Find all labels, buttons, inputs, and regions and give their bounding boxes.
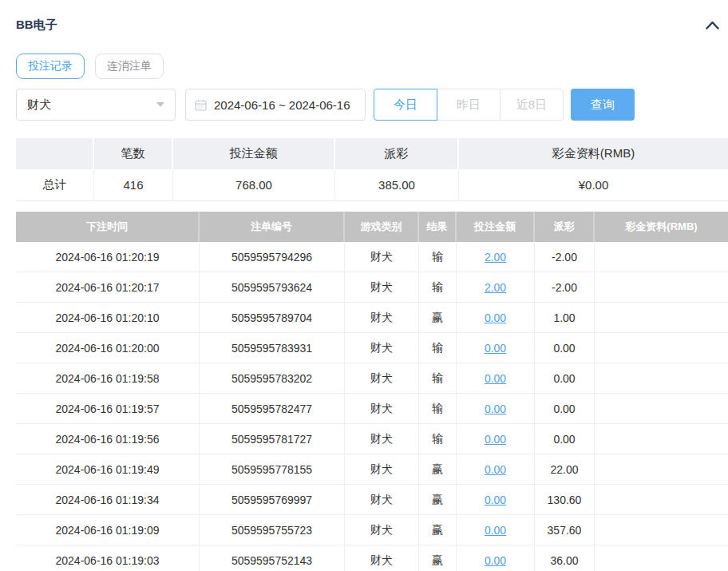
- bet-table-column-header: 下注时间: [16, 212, 200, 242]
- total-payout: 385.00: [335, 169, 459, 201]
- payout-cell: 36.00: [535, 545, 595, 571]
- bet-amount-cell: 0.00: [457, 394, 535, 424]
- collapse-panel-button[interactable]: [703, 18, 722, 32]
- bet-id-cell: 5059595752143: [200, 545, 345, 571]
- bet-time-cell: 2024-06-16 01:20:00: [16, 333, 200, 363]
- bet-table-column-header: 游戏类别: [345, 212, 419, 242]
- bet-amount-link[interactable]: 0.00: [485, 524, 506, 537]
- bet-table: 下注时间注单编号游戏类别结果投注金额派彩彩金资料(RMB) 2024-06-16…: [16, 212, 728, 571]
- bet-time-cell: 2024-06-16 01:19:49: [16, 454, 200, 485]
- game-type-cell: 财犬: [345, 333, 419, 363]
- result-cell: 赢: [419, 303, 457, 333]
- filter-toolbar: 财犬 2024-06-16 ~ 2024-06-16 今日 昨日 近8日 查询: [16, 89, 728, 121]
- bet-time-cell: 2024-06-16 01:20:17: [16, 272, 200, 303]
- bet-amount-link[interactable]: 0.00: [485, 372, 506, 385]
- game-select[interactable]: 财犬: [16, 89, 176, 121]
- bet-table-column-header: 派彩: [535, 212, 595, 242]
- bet-amount-link[interactable]: 0.00: [485, 311, 506, 324]
- bet-time-cell: 2024-06-16 01:19:34: [16, 485, 200, 515]
- bet-table-column-header: 彩金资料(RMB): [595, 212, 728, 242]
- caret-down-icon: [156, 102, 164, 107]
- bet-amount-cell: 0.00: [457, 333, 535, 363]
- search-button[interactable]: 查询: [571, 89, 635, 121]
- bet-amount-cell: 2.00: [457, 272, 535, 303]
- game-type-cell: 财犬: [345, 394, 419, 424]
- bet-table-body: 2024-06-16 01:20:195059595794296财犬输2.00-…: [16, 242, 728, 571]
- range-today-button[interactable]: 今日: [374, 89, 437, 121]
- table-row: 2024-06-16 01:19:095059595755723财犬赢0.003…: [16, 515, 728, 545]
- bet-id-cell: 5059595782477: [200, 394, 345, 424]
- bet-id-cell: 5059595789704: [200, 303, 345, 333]
- range-last8days-button[interactable]: 近8日: [500, 89, 564, 121]
- page-title: BB电子: [16, 18, 57, 33]
- bet-amount-link[interactable]: 2.00: [485, 251, 506, 264]
- payout-cell: 0.00: [535, 394, 595, 424]
- payout-cell: 22.00: [535, 454, 595, 485]
- summary-col-bet-amount: 投注金额: [173, 138, 335, 169]
- bet-amount-link[interactable]: 0.00: [485, 554, 506, 567]
- game-type-cell: 财犬: [345, 454, 419, 485]
- range-yesterday-button[interactable]: 昨日: [437, 89, 500, 121]
- bet-amount-cell: 0.00: [457, 515, 535, 545]
- tab-label: 投注记录: [28, 59, 73, 73]
- bet-id-cell: 5059595755723: [200, 515, 345, 545]
- game-select-value: 财犬: [27, 97, 51, 113]
- table-row: 2024-06-16 01:20:175059595793624财犬输2.00-…: [16, 272, 728, 303]
- total-bet-amount: 768.00: [173, 169, 335, 201]
- payout-cell: 357.60: [535, 515, 595, 545]
- bet-time-cell: 2024-06-16 01:19:58: [16, 363, 200, 394]
- payout-cell: 0.00: [535, 363, 595, 394]
- bet-id-cell: 5059595783931: [200, 333, 345, 363]
- bet-amount-link[interactable]: 0.00: [485, 342, 506, 355]
- summary-header-row: 笔数 投注金额 派彩 彩金资料(RMB): [16, 138, 728, 169]
- bet-time-cell: 2024-06-16 01:19:03: [16, 545, 200, 571]
- bet-table-column-header: 投注金额: [457, 212, 535, 242]
- result-cell: 赢: [419, 485, 457, 515]
- bonus-cell: [595, 424, 728, 454]
- bet-table-column-header: 结果: [419, 212, 457, 242]
- result-cell: 赢: [419, 515, 457, 545]
- bet-records-panel: BB电子 投注记录 连消注单 财犬: [0, 0, 728, 571]
- bet-amount-link[interactable]: 0.00: [485, 402, 506, 415]
- bet-amount-cell: 0.00: [457, 485, 535, 515]
- tab-cancelled-bets[interactable]: 连消注单: [95, 54, 164, 79]
- bet-amount-link[interactable]: 0.00: [485, 494, 506, 506]
- summary-col-count: 笔数: [94, 138, 173, 169]
- game-type-cell: 财犬: [345, 363, 419, 394]
- bonus-cell: [595, 515, 728, 545]
- payout-cell: -2.00: [535, 272, 595, 303]
- bonus-cell: [595, 394, 728, 424]
- table-row: 2024-06-16 01:19:035059595752143财犬赢0.003…: [16, 545, 728, 571]
- summary-total-row: 总计 416 768.00 385.00 ¥0.00: [16, 169, 728, 201]
- game-type-cell: 财犬: [345, 424, 419, 454]
- table-row: 2024-06-16 01:19:495059595778155财犬赢0.002…: [16, 454, 728, 485]
- bet-time-cell: 2024-06-16 01:20:19: [16, 242, 200, 272]
- tab-bet-records[interactable]: 投注记录: [16, 54, 85, 79]
- result-cell: 输: [419, 333, 457, 363]
- bet-amount-link[interactable]: 0.00: [485, 433, 506, 446]
- total-bonus: ¥0.00: [459, 169, 728, 201]
- calendar-icon: [195, 99, 207, 111]
- bet-amount-link[interactable]: 2.00: [485, 281, 506, 294]
- bet-amount-cell: 0.00: [457, 363, 535, 394]
- game-type-cell: 财犬: [345, 545, 419, 571]
- date-range-input[interactable]: 2024-06-16 ~ 2024-06-16: [185, 89, 366, 121]
- table-row: 2024-06-16 01:19:575059595782477财犬输0.000…: [16, 394, 728, 424]
- bonus-cell: [595, 242, 728, 272]
- bonus-cell: [595, 485, 728, 515]
- payout-cell: 0.00: [535, 424, 595, 454]
- payout-cell: 1.00: [535, 303, 595, 333]
- panel-header: BB电子: [16, 18, 728, 33]
- result-cell: 赢: [419, 454, 457, 485]
- bet-time-cell: 2024-06-16 01:20:10: [16, 303, 200, 333]
- bet-id-cell: 5059595794296: [200, 242, 345, 272]
- bet-time-cell: 2024-06-16 01:19:57: [16, 394, 200, 424]
- bet-amount-link[interactable]: 0.00: [485, 463, 506, 476]
- bet-time-cell: 2024-06-16 01:19:09: [16, 515, 200, 545]
- table-row: 2024-06-16 01:20:105059595789704财犬赢0.001…: [16, 303, 728, 333]
- result-cell: 赢: [419, 545, 457, 571]
- bet-amount-cell: 2.00: [457, 242, 535, 272]
- summary-col-bonus: 彩金资料(RMB): [459, 138, 728, 169]
- chevron-up-icon: [705, 21, 720, 33]
- bonus-cell: [595, 454, 728, 485]
